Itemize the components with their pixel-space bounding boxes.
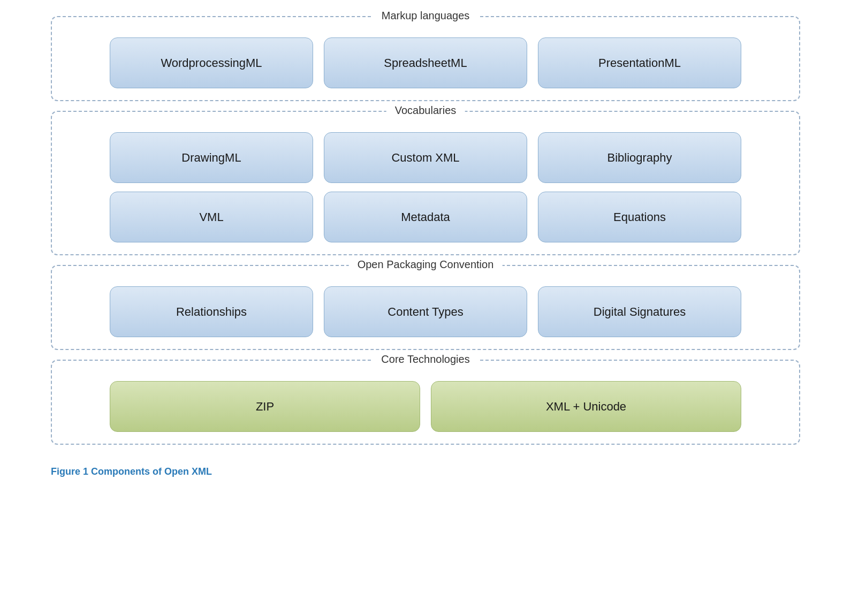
open-packaging-convention-label: Open Packaging Convention	[349, 258, 503, 271]
drawingml-card: DrawingML	[110, 132, 313, 183]
figure-caption: Figure 1 Components of Open XML	[51, 466, 800, 477]
relationships-card: Relationships	[110, 286, 313, 337]
vocabularies-group: Vocabularies DrawingML Custom XML Biblio…	[51, 111, 800, 255]
markup-languages-label: Markup languages	[373, 10, 478, 22]
wordprocessingml-card: WordprocessingML	[110, 37, 313, 88]
content-types-card: Content Types	[324, 286, 527, 337]
vocabularies-row-1: DrawingML Custom XML Bibliography	[68, 132, 783, 183]
diagram: Markup languages WordprocessingML Spread…	[51, 16, 800, 477]
spreadsheetml-card: SpreadsheetML	[324, 37, 527, 88]
markup-languages-group: Markup languages WordprocessingML Spread…	[51, 16, 800, 101]
core-technologies-group: Core Technologies ZIP XML + Unicode	[51, 360, 800, 445]
vocabularies-row-2: VML Metadata Equations	[68, 192, 783, 242]
metadata-card: Metadata	[324, 192, 527, 242]
xml-unicode-card: XML + Unicode	[431, 381, 741, 432]
bibliography-card: Bibliography	[538, 132, 741, 183]
vml-card: VML	[110, 192, 313, 242]
open-packaging-convention-group: Open Packaging Convention Relationships …	[51, 265, 800, 350]
presentationml-card: PresentationML	[538, 37, 741, 88]
core-technologies-cards: ZIP XML + Unicode	[68, 381, 783, 432]
open-packaging-convention-cards: Relationships Content Types Digital Sign…	[68, 286, 783, 337]
equations-card: Equations	[538, 192, 741, 242]
vocabularies-label: Vocabularies	[386, 104, 465, 117]
digital-signatures-card: Digital Signatures	[538, 286, 741, 337]
custom-xml-card: Custom XML	[324, 132, 527, 183]
markup-languages-cards: WordprocessingML SpreadsheetML Presentat…	[68, 37, 783, 88]
core-technologies-label: Core Technologies	[373, 353, 478, 366]
vocabularies-rows: DrawingML Custom XML Bibliography VML Me…	[68, 132, 783, 242]
zip-card: ZIP	[110, 381, 420, 432]
